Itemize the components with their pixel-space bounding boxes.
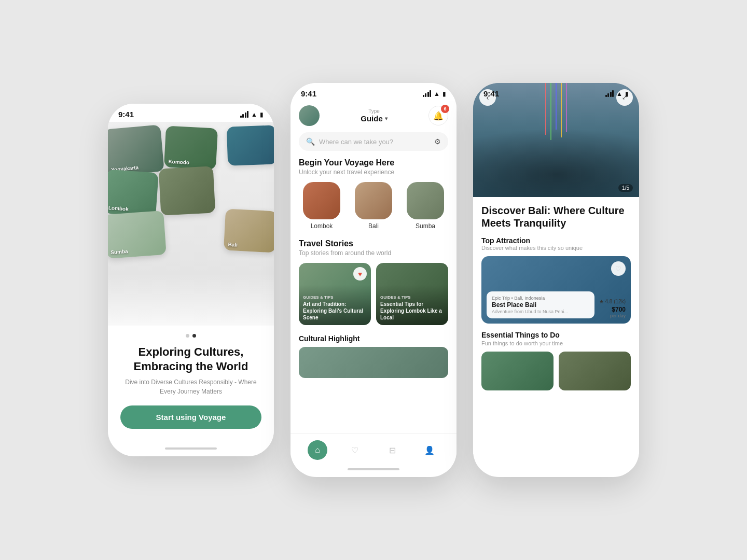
status-time-3: 9:41: [483, 89, 499, 98]
photo-bali-wide: [159, 166, 216, 215]
photo-label-lombok: Lombok: [108, 205, 129, 212]
lombok-thumb: [303, 182, 340, 219]
status-icons-2: ▲ ▮: [423, 90, 446, 97]
signal-icon-3: [605, 90, 614, 97]
attr-tag: Epic Trip • Bali, Indonesia: [492, 296, 589, 301]
phone-1-content: Yogyakarta Komodo Lombok Sumba Bali: [108, 122, 274, 452]
voyage-section-sub: Unlock your next travel experience: [299, 169, 448, 176]
status-icons-1: ▲ ▮: [240, 111, 264, 118]
phone-2-content: Type Guide ▾ 🔔 6 🔍 Where can we take you…: [290, 101, 457, 472]
photo-bali: Bali: [224, 208, 274, 253]
attr-desc: Adventure from Ubud to Nusa Peni...: [492, 309, 589, 314]
nav-profile-wrap: 👤: [420, 440, 439, 460]
status-bar-2: 9:41 ▲ ▮: [290, 83, 457, 101]
story-category-1: GUIDES & TIPS: [303, 295, 367, 300]
destinations-row: Lombok Bali Sumba: [299, 182, 448, 230]
collage-gradient: [108, 274, 274, 326]
phone-1: 9:41 ▲ ▮ Yogyakarta Komodo Lombok: [108, 104, 274, 456]
bell-icon: 🔔: [433, 111, 444, 121]
cultural-highlight-title: Cultural Highlight: [299, 334, 448, 343]
home-indicator-2: [348, 468, 399, 470]
status-bar-3: 9:41 ▲ ▮: [473, 83, 639, 101]
nav-bookings-wrap: ⊟: [382, 440, 402, 460]
story-card-1[interactable]: ♥ GUIDES & TIPS Art and Tradition: Explo…: [299, 263, 371, 325]
thing-card-2[interactable]: [559, 352, 631, 390]
home-icon: ⌂: [315, 445, 320, 455]
photo-blue: [227, 125, 274, 165]
ph3-scroll-content: Discover Bali: Where Culture Meets Tranq…: [473, 197, 639, 454]
destination-lombok[interactable]: Lombok: [299, 182, 344, 230]
heart-icon-1: ♥: [358, 270, 362, 278]
bottom-nav: ⌂ ♡ ⊟ 👤: [290, 433, 457, 464]
story-card-2[interactable]: GUIDES & TIPS Essential Tips for Explori…: [376, 263, 448, 325]
things-sub: Fun things to do worth your time: [481, 340, 631, 346]
nav-profile[interactable]: 👤: [420, 440, 439, 460]
notification-badge: 6: [441, 105, 449, 113]
phone-1-title: Exploring Cultures, Embracing the World: [120, 345, 261, 373]
thing-card-1[interactable]: [481, 352, 554, 390]
attr-rating: ★ 4.8 (12k): [599, 299, 626, 304]
attr-info: Epic Trip • Bali, Indonesia Best Place B…: [487, 291, 594, 318]
stories-section-sub: Top stories from around the world: [299, 249, 448, 257]
start-button[interactable]: Start using Voyage: [120, 405, 261, 429]
nav-wishlist[interactable]: ♡: [345, 440, 365, 460]
chevron-down-icon: ▾: [385, 116, 388, 121]
nav-home-wrap: ⌂: [308, 440, 327, 460]
attr-per: per day: [599, 313, 626, 318]
destination-bali[interactable]: Bali: [351, 182, 396, 230]
bali-title: Discover Bali: Where Culture Meets Tranq…: [481, 204, 631, 229]
ph2-scroll-content: Begin Your Voyage Here Unlock your next …: [290, 158, 457, 433]
bookings-icon: ⊟: [389, 445, 396, 455]
header-center: Type Guide ▾: [361, 108, 388, 123]
sumba-thumb: [407, 182, 444, 219]
story-meta-2: GUIDES & TIPS Essential Tips for Explori…: [376, 285, 448, 325]
attr-cost: $700: [599, 306, 626, 313]
story-title-1: Art and Tradition: Exploring Bali's Cult…: [303, 301, 367, 321]
attr-name: Best Place Bali: [492, 301, 589, 309]
battery-icon-1: ▮: [260, 111, 264, 118]
home-indicator-1: [165, 447, 217, 450]
search-bar[interactable]: 🔍 Where can we take you? ⚙: [299, 132, 448, 151]
ph2-header: Type Guide ▾ 🔔 6: [290, 101, 457, 132]
story-category-2: GUIDES & TIPS: [380, 295, 444, 300]
nav-bookings[interactable]: ⊟: [382, 440, 402, 460]
dot-2: [192, 334, 196, 338]
avatar[interactable]: [299, 105, 320, 126]
wifi-icon-1: ▲: [251, 111, 257, 118]
search-input[interactable]: Where can we take you?: [319, 138, 430, 146]
pagination-dots: [120, 334, 261, 338]
phone-3-content: ‹ ⤢ 1/5 Discover Bali: Where Culture Mee…: [473, 83, 639, 454]
photo-lombok: Lombok: [108, 170, 159, 217]
nav-home[interactable]: ⌂: [308, 440, 327, 460]
dot-1: [186, 334, 189, 338]
filter-icon[interactable]: ⚙: [434, 137, 441, 146]
like-button-1[interactable]: ♥: [353, 267, 367, 281]
sumba-label: Sumba: [403, 222, 448, 230]
story-title-2: Essential Tips for Exploring Lombok Like…: [380, 301, 444, 321]
header-guide-label: Guide ▾: [361, 114, 388, 123]
notification-button[interactable]: 🔔 6: [428, 106, 448, 125]
bali-label: Bali: [351, 222, 396, 230]
photo-label-bali: Bali: [228, 242, 238, 248]
attraction-sub: Discover what makes this city so unique: [481, 245, 631, 251]
photo-komodo: Komodo: [164, 125, 218, 170]
wifi-icon-2: ▲: [434, 90, 440, 97]
attraction-card[interactable]: ♡ Epic Trip • Bali, Indonesia Best Place…: [481, 256, 631, 324]
status-icons-3: ▲ ▮: [605, 90, 629, 97]
photo-label-komodo: Komodo: [168, 159, 189, 165]
header-type-label: Type: [361, 108, 388, 114]
status-time-2: 9:41: [301, 89, 316, 98]
bali-thumb: [355, 182, 392, 219]
signal-icon-1: [240, 111, 249, 118]
phone-1-bottom: Exploring Cultures, Embracing the World …: [108, 326, 274, 443]
things-row: [481, 352, 631, 390]
cultural-highlight-card[interactable]: [299, 347, 448, 378]
destination-sumba[interactable]: Sumba: [403, 182, 448, 230]
lombok-label: Lombok: [299, 222, 344, 230]
attraction-title: Top Attraction: [481, 236, 631, 245]
battery-icon-3: ▮: [625, 90, 629, 97]
photo-collage: Yogyakarta Komodo Lombok Sumba Bali: [108, 122, 274, 326]
things-section: Essential Things to Do Fun things to do …: [481, 331, 631, 390]
photo-yogyakarta: Yogyakarta: [108, 124, 164, 176]
attr-heart-button[interactable]: ♡: [611, 261, 626, 276]
